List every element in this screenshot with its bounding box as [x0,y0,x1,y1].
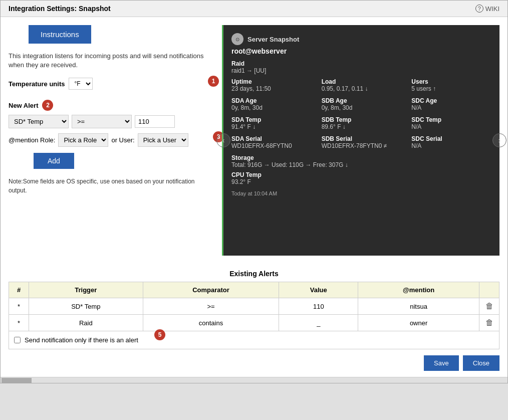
scrollbar-thumb[interactable] [2,378,32,383]
table-row: * SD* Temp >= 110 nitsua 🗑 [9,298,499,315]
sdc-temp-col: SDC Temp N/A [411,116,491,130]
bottom-scrollbar[interactable] [1,377,507,383]
existing-alerts-title: Existing Alerts [9,270,499,278]
sdc-age-label: SDC Age [411,97,491,104]
value-input[interactable] [135,115,175,128]
add-button[interactable]: Add [34,153,74,169]
instructions-button[interactable]: Instructions [29,25,91,44]
row1-trigger: SD* Temp [29,298,143,315]
right-panel: ‹ › ⊙ Server Snapshot root@webserver Rai… [222,25,499,256]
trigger-select[interactable]: SD* Temp Raid CPU Temp Load Users [9,115,69,128]
snapshot-nav-right[interactable]: › [492,133,506,147]
sda-serial-value: WD10EFRX-68FYTN0 [231,142,312,149]
sdc-serial-col: SDC Serial N/A [411,135,491,149]
raid-section: Raid raid1 → [UU] [231,60,491,74]
raid-label: Raid [231,60,491,67]
sdb-serial-label: SDB Serial [322,135,402,142]
uptime-label: Uptime [231,78,312,85]
sdb-temp-col: SDB Temp 89.6° F ↓ [322,116,402,130]
checkbox-label: Send notification only if there is an al… [25,336,138,344]
row2-delete[interactable]: 🗑 [479,315,499,331]
user-select[interactable]: Pick a User [138,133,188,147]
table-row: * Raid contains _ owner 🗑 [9,315,499,331]
sda-age-value: 0y, 8m, 30d [231,104,312,111]
snapshot-grid-1: Uptime 23 days, 11:50 Load 0.95, 0.17, 0… [231,78,491,92]
users-value: 5 users ↑ [411,85,491,92]
row2-trigger: Raid [29,315,143,331]
users-label: Users [411,78,491,85]
snapshot-preview: ‹ › ⊙ Server Snapshot root@webserver Rai… [222,25,499,256]
new-alert-section: New Alert 2 SD* Temp Raid CPU Temp Load … [9,100,214,147]
main-window: Integration Settings: Snapshot ? WIKI In… [0,0,508,383]
sdb-age-value: 0y, 8m, 30d [322,104,402,111]
row1-mention: nitsua [358,298,479,315]
snapshot-header: ⊙ Server Snapshot [231,33,491,45]
cpu-temp-value: 93.2° F [231,178,491,185]
title-bar: Integration Settings: Snapshot ? WIKI [1,1,507,17]
snapshot-timestamp: Today at 10:04 AM [231,190,491,196]
load-col: Load 0.95, 0.17, 0.11 ↓ [322,78,402,92]
sdc-age-value: N/A [411,104,491,111]
alerts-section: Existing Alerts # Trigger Comparator Val… [1,270,507,349]
sdb-age-label: SDB Age [322,97,402,104]
mention-role-label: @mention Role: [9,136,55,144]
new-alert-label: New Alert [9,102,38,109]
wiki-link[interactable]: ? WIKI [475,5,499,13]
temp-units-label: Temperature units [9,80,65,88]
role-select[interactable]: Pick a Role [58,133,108,147]
temperature-units-row: Temperature units °F °C 1 [9,78,214,90]
description-text: This integration listens for incoming po… [9,52,214,70]
sdc-temp-label: SDC Temp [411,116,491,123]
uptime-value: 23 days, 11:50 [231,85,312,92]
sda-age-label: SDA Age [231,97,312,104]
sda-temp-col: SDA Temp 91.4° F ↓ [231,116,312,130]
snapshot-nav-left[interactable]: ‹ [216,133,230,147]
snapshot-grid-4: SDA Serial WD10EFRX-68FYTN0 SDB Serial W… [231,135,491,149]
alerts-table: # Trigger Comparator Value @mention * SD… [9,282,499,331]
close-button[interactable]: Close [463,355,499,371]
main-content: Instructions This integration listens fo… [1,17,507,264]
raid-value: raid1 → [UU] [231,67,491,74]
col-value: Value [279,282,358,298]
save-button[interactable]: Save [424,355,459,371]
window-title: Integration Settings: Snapshot [9,5,111,13]
sda-age-col: SDA Age 0y, 8m, 30d [231,97,312,111]
or-user-label: or User: [111,136,134,144]
left-panel: Instructions This integration listens fo… [9,25,214,256]
col-trigger: Trigger [29,282,143,298]
temp-units-select[interactable]: °F °C [69,78,93,90]
comparator-select[interactable]: >= <= == contains [72,115,132,128]
sda-serial-label: SDA Serial [231,135,312,142]
delete-icon[interactable]: 🗑 [485,318,493,327]
cpu-temp-row: CPU Temp 93.2° F [231,171,491,185]
sdb-temp-value: 89.6° F ↓ [322,123,402,130]
row1-comparator: >= [143,298,279,315]
row2-num: * [9,315,29,331]
row2-comparator: contains [143,315,279,331]
col-mention: @mention [358,282,479,298]
col-num: # [9,282,29,298]
users-col: Users 5 users ↑ [411,78,491,92]
storage-label: Storage [231,154,491,161]
row1-num: * [9,298,29,315]
col-delete [479,282,499,298]
storage-value: Total: 916G → Used: 110G → Free: 307G ↓ [231,161,491,168]
row2-mention: owner [358,315,479,331]
delete-icon[interactable]: 🗑 [485,302,493,310]
sdc-serial-value: N/A [411,142,491,149]
step-badge-1: 1 [208,76,219,87]
snapshot-title: Server Snapshot [247,36,299,43]
sdb-serial-value: WD10EFRX-78FYTN0 ≠ [322,142,402,149]
row1-delete[interactable]: 🗑 [479,298,499,315]
alert-inputs: SD* Temp Raid CPU Temp Load Users >= <= … [9,115,214,128]
col-comparator: Comparator [143,282,279,298]
mention-row: @mention Role: Pick a Role or User: Pick… [9,133,214,147]
sdb-age-col: SDB Age 0y, 8m, 30d [322,97,402,111]
load-label: Load [322,78,402,85]
sda-serial-col: SDA Serial WD10EFRX-68FYTN0 [231,135,312,149]
question-icon: ? [475,5,483,13]
sdc-temp-value: N/A [411,123,491,130]
notification-only-checkbox[interactable] [14,337,21,343]
wiki-label: WIKI [485,5,499,13]
step-badge-5: 5 [154,329,165,340]
